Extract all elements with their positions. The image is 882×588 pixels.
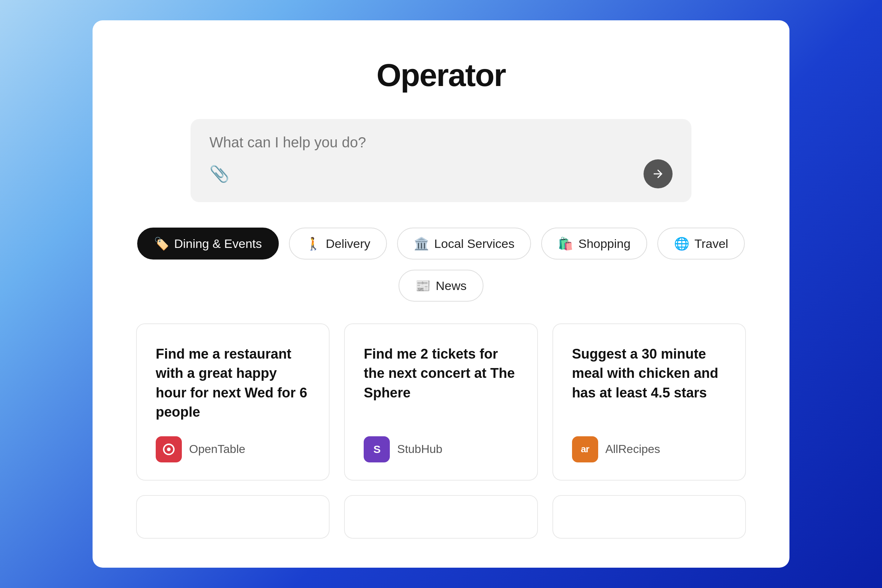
filter-tabs: 🏷️ Dining & Events 🚶 Delivery 🏛️ Local S… <box>136 228 746 302</box>
tab-delivery[interactable]: 🚶 Delivery <box>289 228 387 260</box>
delivery-icon: 🚶 <box>306 236 321 251</box>
card-restaurant-footer: OpenTable <box>156 436 310 462</box>
opentable-logo <box>156 436 182 462</box>
attach-icon[interactable]: 📎 <box>209 164 230 183</box>
dining-events-icon: 🏷️ <box>154 236 169 251</box>
send-button[interactable] <box>644 159 673 188</box>
card-tickets[interactable]: Find me 2 tickets for the next concert a… <box>344 323 537 481</box>
tab-shopping[interactable]: 🛍️ Shopping <box>541 228 647 260</box>
card-tickets-text: Find me 2 tickets for the next concert a… <box>364 345 518 402</box>
card-partial-3[interactable] <box>552 495 746 538</box>
card-meal-footer: ar AllRecipes <box>572 436 726 462</box>
card-restaurant-text: Find me a restaurant with a great happy … <box>156 345 310 422</box>
news-icon: 📰 <box>415 278 430 293</box>
shopping-icon: 🛍️ <box>558 236 573 251</box>
card-meal-text: Suggest a 30 minute meal with chicken an… <box>572 345 726 402</box>
tab-travel[interactable]: 🌐 Travel <box>657 228 745 260</box>
tab-news[interactable]: 📰 News <box>399 270 483 302</box>
card-partial-1[interactable] <box>136 495 330 538</box>
search-bottom: 📎 <box>209 159 673 188</box>
card-tickets-footer: S StubHub <box>364 436 518 462</box>
card-restaurant-app-name: OpenTable <box>189 442 245 456</box>
travel-icon: 🌐 <box>674 236 689 251</box>
svg-point-1 <box>167 447 171 451</box>
card-partial-2[interactable] <box>344 495 537 538</box>
card-meal[interactable]: Suggest a 30 minute meal with chicken an… <box>552 323 746 481</box>
tab-local-services[interactable]: 🏛️ Local Services <box>397 228 531 260</box>
local-services-icon: 🏛️ <box>414 236 429 251</box>
app-title: Operator <box>376 57 506 94</box>
stubhub-logo: S <box>364 436 390 462</box>
tab-dining-events[interactable]: 🏷️ Dining & Events <box>137 228 279 260</box>
cards-grid-bottom <box>136 495 746 538</box>
search-box: 📎 <box>190 119 692 202</box>
card-tickets-app-name: StubHub <box>397 442 442 456</box>
card-restaurant[interactable]: Find me a restaurant with a great happy … <box>136 323 330 481</box>
card-meal-app-name: AllRecipes <box>605 442 660 456</box>
allrecipes-logo: ar <box>572 436 598 462</box>
cards-grid: Find me a restaurant with a great happy … <box>136 323 746 481</box>
search-input[interactable] <box>209 134 673 151</box>
main-window: Operator 📎 🏷️ Dining & Events 🚶 Delivery… <box>93 20 789 568</box>
